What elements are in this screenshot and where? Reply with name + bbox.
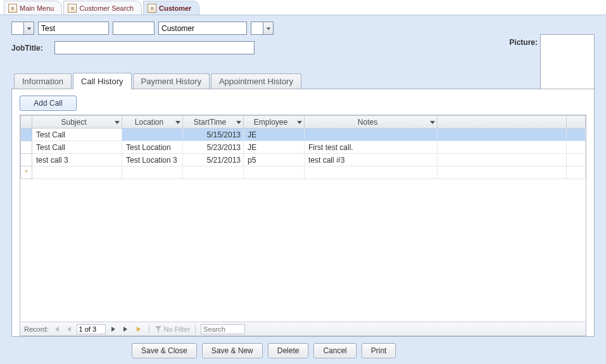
- cell-blank[interactable]: [567, 154, 586, 166]
- suffix-input[interactable]: [251, 22, 263, 34]
- col-starttime[interactable]: StartTime: [183, 116, 244, 129]
- tab-appointment-history[interactable]: Appointment History: [211, 73, 301, 89]
- cell-subject[interactable]: test call 3: [32, 154, 122, 166]
- chevron-down-icon[interactable]: [236, 119, 242, 125]
- col-employee[interactable]: Employee: [244, 116, 305, 129]
- new-record-button[interactable]: [134, 324, 144, 334]
- row-selector[interactable]: [21, 129, 32, 141]
- salutation-input[interactable]: [12, 22, 23, 34]
- record-navigator: Record: No Filter: [20, 322, 586, 336]
- tab-label: Customer: [159, 4, 191, 12]
- cancel-button[interactable]: Cancel: [313, 343, 356, 358]
- name-row: [11, 22, 595, 35]
- delete-button[interactable]: Delete: [268, 343, 309, 358]
- cell-starttime[interactable]: 5/15/2013: [183, 129, 244, 141]
- funnel-icon: [155, 325, 162, 333]
- tab-label: Main Menu: [20, 4, 54, 12]
- suffix-combo[interactable]: [251, 22, 274, 35]
- record-label: Record:: [24, 325, 49, 333]
- tab-main-menu[interactable]: ≡ Main Menu: [4, 1, 62, 15]
- add-call-button[interactable]: Add Call: [20, 96, 77, 111]
- form-icon: ≡: [148, 4, 156, 13]
- prev-record-button[interactable]: [64, 324, 74, 334]
- select-all-header[interactable]: [21, 116, 32, 129]
- jobtitle-row: JobTitle:: [11, 41, 595, 54]
- sub-tab-bar: Information Call History Payment History…: [11, 72, 595, 89]
- call-grid: Subject Location StartTime Employee Note…: [20, 115, 586, 336]
- no-filter-label: No Filter: [164, 325, 191, 333]
- row-selector[interactable]: [21, 154, 32, 166]
- cell-starttime[interactable]: 5/21/2013: [183, 154, 244, 166]
- tab-customer[interactable]: ≡ Customer: [143, 1, 199, 15]
- chevron-down-icon[interactable]: [114, 119, 120, 125]
- col-blank[interactable]: [438, 116, 567, 129]
- col-location[interactable]: Location: [122, 116, 183, 129]
- last-record-button[interactable]: [121, 324, 131, 334]
- cell-location[interactable]: Test Location 3: [122, 154, 183, 166]
- cell-location[interactable]: [122, 129, 183, 141]
- cell-subject[interactable]: Test Call: [32, 141, 122, 154]
- chevron-down-icon[interactable]: [175, 119, 181, 125]
- cell-location[interactable]: Test Location: [122, 141, 183, 154]
- form-icon: ≡: [8, 4, 17, 13]
- filter-indicator[interactable]: No Filter: [155, 325, 191, 333]
- first-name-field[interactable]: [38, 22, 109, 35]
- picture-label: Picture:: [509, 38, 538, 47]
- col-blank-end[interactable]: [567, 116, 586, 129]
- save-close-button[interactable]: Save & Close: [132, 343, 197, 358]
- picture-box[interactable]: [540, 34, 595, 94]
- cell-subject[interactable]: Test Call: [32, 129, 122, 141]
- jobtitle-label: JobTitle:: [11, 44, 43, 53]
- cell-blank[interactable]: [438, 154, 567, 166]
- cell-notes[interactable]: [305, 129, 438, 141]
- chevron-down-icon[interactable]: [23, 22, 34, 34]
- search-box: [201, 324, 245, 334]
- search-input[interactable]: [201, 324, 245, 334]
- tab-customer-search[interactable]: ≡ Customer Search: [63, 1, 142, 15]
- table-row[interactable]: Test Call Test Location 5/23/2013 JE Fir…: [21, 141, 586, 154]
- col-subject[interactable]: Subject: [32, 116, 122, 129]
- row-selector[interactable]: [21, 141, 32, 154]
- cell-notes[interactable]: First test call.: [305, 141, 438, 154]
- new-row[interactable]: *: [21, 166, 586, 179]
- cell-employee[interactable]: p5: [244, 154, 305, 166]
- tab-payment-history[interactable]: Payment History: [133, 73, 210, 89]
- tab-label: Customer Search: [79, 4, 134, 12]
- form-icon: ≡: [68, 4, 77, 13]
- cell-blank[interactable]: [567, 141, 586, 154]
- app-tab-bar: ≡ Main Menu ≡ Customer Search ≡ Customer: [0, 0, 606, 15]
- tab-information[interactable]: Information: [14, 73, 72, 89]
- last-name-field[interactable]: [158, 22, 247, 35]
- form-button-bar: Save & Close Save & New Delete Cancel Pr…: [11, 337, 595, 358]
- cell-blank[interactable]: [438, 129, 567, 141]
- separator: [149, 325, 149, 334]
- cell-employee[interactable]: JE: [244, 141, 305, 154]
- table-row[interactable]: test call 3 Test Location 3 5/21/2013 p5…: [21, 154, 586, 166]
- chevron-down-icon[interactable]: [296, 119, 303, 125]
- cell-notes[interactable]: test call #3: [305, 154, 438, 166]
- first-record-button[interactable]: [51, 324, 61, 334]
- chevron-down-icon[interactable]: [263, 22, 273, 34]
- row-selector[interactable]: *: [21, 166, 32, 179]
- chevron-down-icon[interactable]: [429, 119, 436, 125]
- cell-employee[interactable]: JE: [244, 129, 305, 141]
- record-position-input[interactable]: [77, 324, 106, 334]
- call-history-panel: Add Call: [11, 89, 595, 337]
- table-row[interactable]: Test Call 5/15/2013 JE: [21, 129, 586, 141]
- jobtitle-field[interactable]: [54, 41, 255, 54]
- cell-blank[interactable]: [438, 141, 567, 154]
- save-new-button[interactable]: Save & New: [202, 343, 263, 358]
- next-record-button[interactable]: [108, 324, 118, 334]
- print-button[interactable]: Print: [362, 343, 396, 358]
- cell-blank[interactable]: [567, 129, 586, 141]
- col-notes[interactable]: Notes: [305, 116, 438, 129]
- salutation-combo[interactable]: [11, 22, 34, 35]
- middle-name-field[interactable]: [113, 22, 155, 35]
- separator: [195, 325, 196, 334]
- tab-call-history[interactable]: Call History: [73, 73, 131, 89]
- cell-starttime[interactable]: 5/23/2013: [183, 141, 244, 154]
